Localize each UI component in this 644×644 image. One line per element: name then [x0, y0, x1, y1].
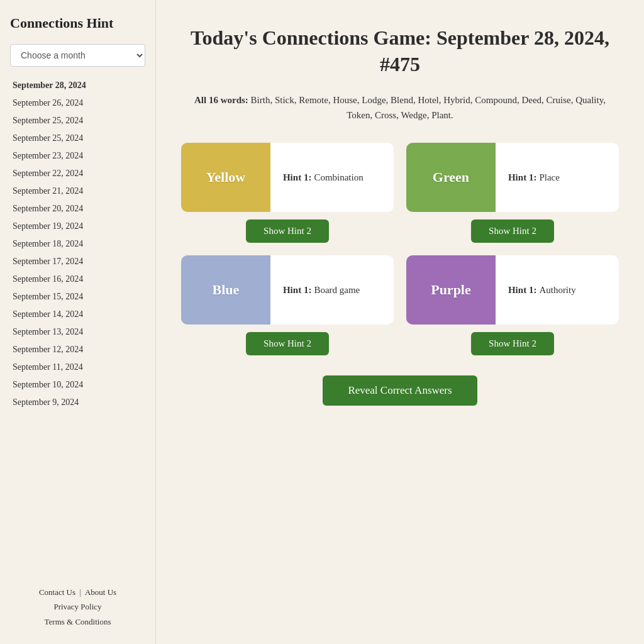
sidebar-date-item[interactable]: September 25, 2024	[10, 112, 145, 130]
card-inner-purple: PurpleHint 1:Authority	[406, 255, 619, 325]
sidebar-date-item[interactable]: September 12, 2024	[10, 341, 145, 358]
card-color-label-blue: Blue	[181, 255, 270, 325]
sidebar-date-item[interactable]: September 15, 2024	[10, 288, 145, 306]
cards-grid: YellowHint 1:CombinationShow Hint 2Green…	[181, 143, 619, 355]
all-words-label: All 16 words:	[194, 95, 248, 105]
reveal-answers-button[interactable]: Reveal Correct Answers	[323, 375, 477, 406]
sidebar-date-item[interactable]: September 28, 2024	[10, 77, 145, 94]
sidebar-date-item[interactable]: September 20, 2024	[10, 200, 145, 218]
privacy-link[interactable]: Privacy Policy	[53, 602, 101, 611]
sidebar-date-item[interactable]: September 10, 2024	[10, 376, 145, 394]
card-green: GreenHint 1:PlaceShow Hint 2	[406, 143, 619, 243]
all-words-value: Birth, Stick, Remote, House, Lodge, Blen…	[251, 95, 606, 120]
card-purple: PurpleHint 1:AuthorityShow Hint 2	[406, 255, 619, 355]
card-inner-yellow: YellowHint 1:Combination	[181, 143, 394, 212]
sidebar-date-item[interactable]: September 22, 2024	[10, 165, 145, 182]
month-select[interactable]: Choose a month	[10, 44, 145, 67]
sidebar-footer: Contact Us | About Us Privacy Policy Ter…	[10, 570, 145, 629]
about-link[interactable]: About Us	[85, 587, 116, 597]
sidebar-date-item[interactable]: September 26, 2024	[10, 94, 145, 112]
sidebar-date-item[interactable]: September 13, 2024	[10, 323, 145, 341]
all-words: All 16 words: Birth, Stick, Remote, Hous…	[181, 92, 619, 123]
hint-text-blue: Board game	[314, 285, 360, 296]
page-title: Today's Connections Game: September 28, …	[181, 25, 619, 77]
card-hint-green: Hint 1:Place	[496, 143, 619, 212]
sidebar-date-item[interactable]: September 16, 2024	[10, 270, 145, 288]
reveal-row: Reveal Correct Answers	[181, 375, 619, 406]
sidebar-date-item[interactable]: September 18, 2024	[10, 235, 145, 253]
card-blue: BlueHint 1:Board gameShow Hint 2	[181, 255, 394, 355]
card-color-label-purple: Purple	[406, 255, 496, 325]
footer-separator: |	[80, 587, 82, 597]
card-yellow: YellowHint 1:CombinationShow Hint 2	[181, 143, 394, 243]
card-inner-blue: BlueHint 1:Board game	[181, 255, 394, 325]
sidebar-date-item[interactable]: September 19, 2024	[10, 218, 145, 235]
sidebar-date-item[interactable]: September 21, 2024	[10, 182, 145, 200]
hint-label-yellow: Hint 1:	[283, 172, 311, 183]
card-color-label-green: Green	[406, 143, 496, 212]
hint-label-blue: Hint 1:	[283, 285, 311, 296]
hint-text-green: Place	[539, 172, 559, 183]
show-hint2-button-green[interactable]: Show Hint 2	[471, 219, 554, 243]
show-hint2-button-yellow[interactable]: Show Hint 2	[246, 219, 329, 243]
sidebar-date-item[interactable]: September 14, 2024	[10, 306, 145, 323]
main-content: Today's Connections Game: September 28, …	[156, 0, 644, 644]
hint-label-green: Hint 1:	[508, 172, 536, 183]
hint-text-yellow: Combination	[314, 172, 363, 183]
card-color-label-yellow: Yellow	[181, 143, 270, 212]
contact-link[interactable]: Contact Us	[39, 587, 75, 597]
sidebar-date-item[interactable]: September 11, 2024	[10, 358, 145, 376]
sidebar-date-item[interactable]: September 25, 2024	[10, 130, 145, 147]
card-inner-green: GreenHint 1:Place	[406, 143, 619, 212]
show-hint2-button-blue[interactable]: Show Hint 2	[246, 332, 329, 355]
show-hint2-button-purple[interactable]: Show Hint 2	[471, 332, 554, 355]
hint-text-purple: Authority	[539, 285, 575, 296]
sidebar-date-item[interactable]: September 23, 2024	[10, 147, 145, 165]
sidebar-date-item[interactable]: September 9, 2024	[10, 394, 145, 411]
terms-link[interactable]: Terms & Conditions	[45, 617, 111, 626]
sidebar: Connections Hint Choose a month Septembe…	[0, 0, 156, 644]
card-hint-blue: Hint 1:Board game	[270, 255, 394, 325]
card-hint-yellow: Hint 1:Combination	[270, 143, 394, 212]
hint-label-purple: Hint 1:	[508, 285, 536, 296]
date-list: September 28, 2024September 26, 2024Sept…	[10, 77, 145, 411]
card-hint-purple: Hint 1:Authority	[496, 255, 619, 325]
sidebar-date-item[interactable]: September 17, 2024	[10, 253, 145, 270]
sidebar-title: Connections Hint	[10, 15, 145, 31]
